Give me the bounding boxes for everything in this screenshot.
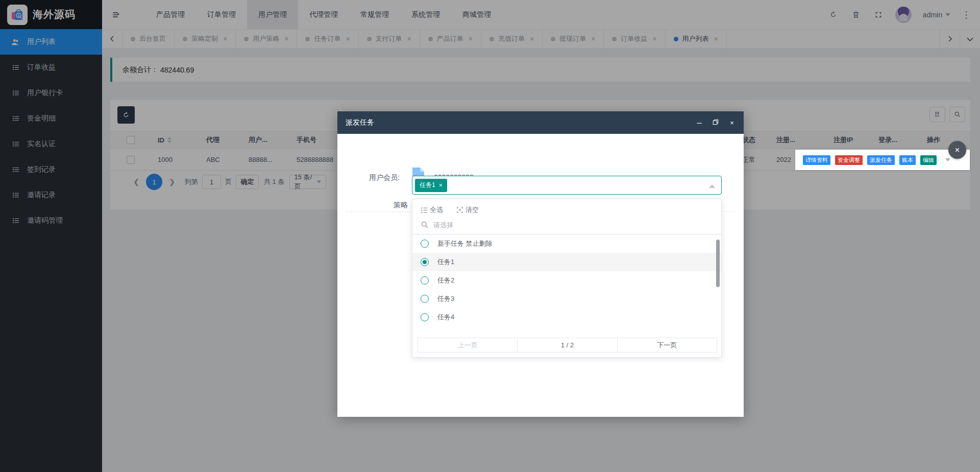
- dispatch-task-button[interactable]: 派发任务: [867, 155, 895, 165]
- dropdown-toolbar: 全选 清空: [412, 199, 721, 217]
- ledger-button[interactable]: 账本: [899, 155, 916, 165]
- detail-info-button[interactable]: 详情资料: [803, 155, 830, 165]
- select-caret-icon: [709, 184, 715, 188]
- close-icon[interactable]: ×: [728, 119, 736, 127]
- dropdown-page-indicator: 1 / 2: [518, 338, 617, 352]
- more-actions-caret-icon[interactable]: [945, 158, 950, 161]
- radio-icon: [421, 276, 429, 285]
- select-all-label: 全选: [430, 205, 443, 215]
- dropdown-search[interactable]: [412, 217, 721, 234]
- select-all-action[interactable]: 全选: [421, 205, 443, 215]
- option-day2-task-1[interactable]: 第二天任务1: [412, 326, 721, 329]
- radio-icon: [421, 240, 429, 248]
- dropdown-search-input[interactable]: [433, 221, 699, 229]
- strategy-dropdown: 全选 清空 新手任务 禁止删除 任务1: [412, 199, 722, 358]
- option-task-1[interactable]: 任务1: [412, 253, 721, 271]
- option-newbie-task[interactable]: 新手任务 禁止删除: [412, 234, 721, 253]
- dropdown-prev-page[interactable]: 上一页: [418, 338, 518, 352]
- strategy-multiselect[interactable]: 任务1 ×: [412, 176, 722, 195]
- modal-title: 派发任务: [346, 118, 374, 127]
- clear-action[interactable]: 清空: [456, 205, 479, 215]
- dropdown-pager: 上一页 1 / 2 下一页: [418, 338, 717, 352]
- modal-header[interactable]: 派发任务 ─ ×: [337, 111, 744, 134]
- option-task-2[interactable]: 任务2: [412, 271, 721, 290]
- row-actions-panel: 详情资料 资金调整 派发任务 账本 编辑: [795, 150, 970, 170]
- strategy-label: 策略: [394, 201, 408, 210]
- option-task-4[interactable]: 任务4: [412, 308, 721, 326]
- member-label: 用户会员:: [369, 173, 400, 182]
- maximize-icon[interactable]: [712, 119, 719, 127]
- option-label: 任务2: [437, 276, 454, 285]
- tag-remove-icon[interactable]: ×: [439, 182, 443, 189]
- option-task-3[interactable]: 任务3: [412, 290, 721, 308]
- selected-tag-label: 任务1: [420, 181, 435, 190]
- option-label: 任务4: [437, 313, 454, 322]
- clear-label: 清空: [465, 205, 479, 215]
- modal-body: 用户会员: 6088888888 策略 任务1 × 全选 清空: [337, 134, 744, 417]
- option-label: 任务1: [437, 257, 454, 267]
- dispatch-task-modal: 派发任务 ─ × 用户会员: 6088888888 策略 任务1 ×: [337, 111, 744, 417]
- dropdown-next-page[interactable]: 下一页: [618, 338, 717, 352]
- minimize-icon[interactable]: ─: [696, 119, 703, 127]
- radio-checked-icon: [421, 258, 429, 266]
- option-label: 新手任务 禁止删除: [437, 239, 493, 248]
- edit-button[interactable]: 编辑: [920, 155, 937, 165]
- selected-tag: 任务1 ×: [415, 179, 447, 192]
- search-icon: [421, 221, 429, 229]
- option-label: 任务3: [437, 294, 454, 303]
- select-all-icon: [421, 206, 428, 214]
- dropdown-options: 新手任务 禁止删除 任务1 任务2 任务3 任务4: [412, 234, 721, 329]
- close-actions-button[interactable]: ×: [948, 141, 966, 159]
- fund-adjust-button[interactable]: 资金调整: [835, 155, 863, 165]
- radio-icon: [421, 295, 429, 303]
- radio-icon: [421, 313, 429, 321]
- dropdown-scrollbar[interactable]: [716, 240, 720, 287]
- clear-icon: [456, 206, 463, 214]
